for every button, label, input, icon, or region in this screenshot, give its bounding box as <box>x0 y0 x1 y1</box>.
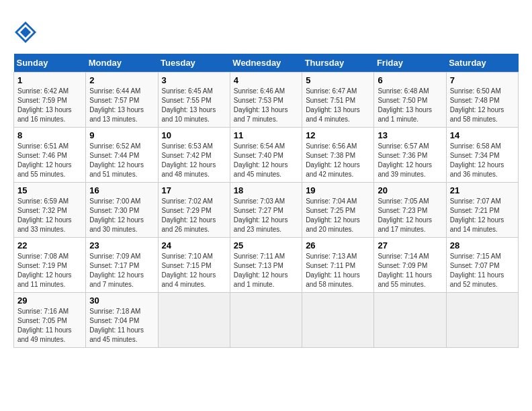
day-info: Sunrise: 6:48 AM Sunset: 7:50 PM Dayligh… <box>378 87 442 124</box>
calendar-cell <box>374 293 446 348</box>
calendar-cell <box>446 293 518 348</box>
day-info: Sunrise: 7:08 AM Sunset: 7:19 PM Dayligh… <box>17 252 82 289</box>
day-info: Sunrise: 6:56 AM Sunset: 7:38 PM Dayligh… <box>306 142 370 179</box>
calendar-cell: 17Sunrise: 7:02 AM Sunset: 7:29 PM Dayli… <box>158 183 230 238</box>
day-info: Sunrise: 6:51 AM Sunset: 7:46 PM Dayligh… <box>17 142 82 179</box>
day-number: 29 <box>17 295 82 306</box>
day-number: 9 <box>89 130 154 140</box>
day-number: 25 <box>234 240 298 250</box>
day-number: 5 <box>306 75 370 85</box>
day-number: 14 <box>450 130 515 140</box>
day-number: 11 <box>234 130 298 140</box>
calendar-cell: 5Sunrise: 6:47 AM Sunset: 7:51 PM Daylig… <box>302 73 374 128</box>
calendar-cell: 9Sunrise: 6:52 AM Sunset: 7:44 PM Daylig… <box>86 128 158 183</box>
calendar-cell: 19Sunrise: 7:04 AM Sunset: 7:25 PM Dayli… <box>302 183 374 238</box>
calendar-cell: 13Sunrise: 6:57 AM Sunset: 7:36 PM Dayli… <box>374 128 446 183</box>
calendar-cell: 1Sunrise: 6:42 AM Sunset: 7:59 PM Daylig… <box>14 73 86 128</box>
calendar-cell: 21Sunrise: 7:07 AM Sunset: 7:21 PM Dayli… <box>446 183 518 238</box>
day-info: Sunrise: 6:59 AM Sunset: 7:32 PM Dayligh… <box>17 197 82 234</box>
day-info: Sunrise: 6:53 AM Sunset: 7:42 PM Dayligh… <box>162 142 226 179</box>
day-info: Sunrise: 7:10 AM Sunset: 7:15 PM Dayligh… <box>162 252 226 289</box>
calendar-cell: 28Sunrise: 7:15 AM Sunset: 7:07 PM Dayli… <box>446 238 518 293</box>
day-number: 23 <box>89 240 154 250</box>
day-number: 8 <box>17 130 82 140</box>
day-number: 2 <box>89 75 154 85</box>
day-number: 27 <box>378 240 442 250</box>
day-of-week-header: Friday <box>374 54 446 73</box>
calendar-cell: 6Sunrise: 6:48 AM Sunset: 7:50 PM Daylig… <box>374 73 446 128</box>
day-info: Sunrise: 7:16 AM Sunset: 7:05 PM Dayligh… <box>17 307 82 345</box>
calendar-cell: 20Sunrise: 7:05 AM Sunset: 7:23 PM Dayli… <box>374 183 446 238</box>
calendar-cell: 3Sunrise: 6:45 AM Sunset: 7:55 PM Daylig… <box>158 73 230 128</box>
calendar-cell <box>230 293 302 348</box>
calendar-cell: 8Sunrise: 6:51 AM Sunset: 7:46 PM Daylig… <box>14 128 86 183</box>
day-info: Sunrise: 7:14 AM Sunset: 7:09 PM Dayligh… <box>378 252 442 289</box>
day-of-week-header: Thursday <box>302 54 374 73</box>
calendar-cell: 7Sunrise: 6:50 AM Sunset: 7:48 PM Daylig… <box>446 73 518 128</box>
calendar-cell: 10Sunrise: 6:53 AM Sunset: 7:42 PM Dayli… <box>158 128 230 183</box>
calendar-table: SundayMondayTuesdayWednesdayThursdayFrid… <box>13 54 519 348</box>
calendar-cell: 29Sunrise: 7:16 AM Sunset: 7:05 PM Dayli… <box>14 293 86 348</box>
day-info: Sunrise: 7:13 AM Sunset: 7:11 PM Dayligh… <box>306 252 370 289</box>
day-info: Sunrise: 6:58 AM Sunset: 7:34 PM Dayligh… <box>450 142 515 179</box>
calendar-cell: 24Sunrise: 7:10 AM Sunset: 7:15 PM Dayli… <box>158 238 230 293</box>
day-number: 13 <box>378 130 442 140</box>
day-number: 4 <box>234 75 298 85</box>
calendar-cell: 2Sunrise: 6:44 AM Sunset: 7:57 PM Daylig… <box>86 73 158 128</box>
day-info: Sunrise: 6:54 AM Sunset: 7:40 PM Dayligh… <box>234 142 298 179</box>
day-number: 12 <box>306 130 370 140</box>
day-info: Sunrise: 7:03 AM Sunset: 7:27 PM Dayligh… <box>234 197 298 234</box>
day-number: 1 <box>17 75 82 85</box>
calendar-cell: 23Sunrise: 7:09 AM Sunset: 7:17 PM Dayli… <box>86 238 158 293</box>
calendar-cell: 27Sunrise: 7:14 AM Sunset: 7:09 PM Dayli… <box>374 238 446 293</box>
calendar-cell: 25Sunrise: 7:11 AM Sunset: 7:13 PM Dayli… <box>230 238 302 293</box>
day-info: Sunrise: 7:18 AM Sunset: 7:04 PM Dayligh… <box>89 307 154 345</box>
day-number: 17 <box>162 185 226 195</box>
day-of-week-header: Wednesday <box>230 54 302 73</box>
day-number: 22 <box>17 240 82 250</box>
day-number: 26 <box>306 240 370 250</box>
day-number: 18 <box>234 185 298 195</box>
day-info: Sunrise: 7:00 AM Sunset: 7:30 PM Dayligh… <box>89 197 154 234</box>
calendar-cell <box>158 293 230 348</box>
day-info: Sunrise: 6:45 AM Sunset: 7:55 PM Dayligh… <box>162 87 226 124</box>
calendar-cell: 26Sunrise: 7:13 AM Sunset: 7:11 PM Dayli… <box>302 238 374 293</box>
calendar-cell: 14Sunrise: 6:58 AM Sunset: 7:34 PM Dayli… <box>446 128 518 183</box>
day-number: 15 <box>17 185 82 195</box>
calendar-cell: 11Sunrise: 6:54 AM Sunset: 7:40 PM Dayli… <box>230 128 302 183</box>
day-number: 16 <box>89 185 154 195</box>
day-of-week-header: Sunday <box>14 54 86 73</box>
calendar-cell <box>302 293 374 348</box>
day-info: Sunrise: 7:02 AM Sunset: 7:29 PM Dayligh… <box>162 197 226 234</box>
day-info: Sunrise: 7:15 AM Sunset: 7:07 PM Dayligh… <box>450 252 515 289</box>
day-number: 7 <box>450 75 515 85</box>
day-info: Sunrise: 7:05 AM Sunset: 7:23 PM Dayligh… <box>378 197 442 234</box>
day-info: Sunrise: 6:42 AM Sunset: 7:59 PM Dayligh… <box>17 87 82 124</box>
day-number: 24 <box>162 240 226 250</box>
day-info: Sunrise: 6:47 AM Sunset: 7:51 PM Dayligh… <box>306 87 370 124</box>
day-number: 6 <box>378 75 442 85</box>
day-number: 20 <box>378 185 442 195</box>
calendar-cell: 4Sunrise: 6:46 AM Sunset: 7:53 PM Daylig… <box>230 73 302 128</box>
day-info: Sunrise: 7:11 AM Sunset: 7:13 PM Dayligh… <box>234 252 298 289</box>
day-info: Sunrise: 6:57 AM Sunset: 7:36 PM Dayligh… <box>378 142 442 179</box>
day-number: 21 <box>450 185 515 195</box>
calendar-cell: 18Sunrise: 7:03 AM Sunset: 7:27 PM Dayli… <box>230 183 302 238</box>
calendar-cell: 16Sunrise: 7:00 AM Sunset: 7:30 PM Dayli… <box>86 183 158 238</box>
day-info: Sunrise: 7:09 AM Sunset: 7:17 PM Dayligh… <box>89 252 154 289</box>
day-number: 30 <box>89 295 154 306</box>
calendar-cell: 30Sunrise: 7:18 AM Sunset: 7:04 PM Dayli… <box>86 293 158 348</box>
day-info: Sunrise: 7:07 AM Sunset: 7:21 PM Dayligh… <box>450 197 515 234</box>
day-info: Sunrise: 6:46 AM Sunset: 7:53 PM Dayligh… <box>234 87 298 124</box>
calendar-cell: 22Sunrise: 7:08 AM Sunset: 7:19 PM Dayli… <box>14 238 86 293</box>
calendar-cell: 15Sunrise: 6:59 AM Sunset: 7:32 PM Dayli… <box>14 183 86 238</box>
day-of-week-header: Saturday <box>446 54 518 73</box>
day-number: 19 <box>306 185 370 195</box>
day-of-week-header: Monday <box>86 54 158 73</box>
day-number: 3 <box>162 75 226 85</box>
logo-icon <box>13 20 38 44</box>
day-info: Sunrise: 6:44 AM Sunset: 7:57 PM Dayligh… <box>89 87 154 124</box>
day-info: Sunrise: 6:52 AM Sunset: 7:44 PM Dayligh… <box>89 142 154 179</box>
day-info: Sunrise: 7:04 AM Sunset: 7:25 PM Dayligh… <box>306 197 370 234</box>
day-of-week-header: Tuesday <box>158 54 230 73</box>
